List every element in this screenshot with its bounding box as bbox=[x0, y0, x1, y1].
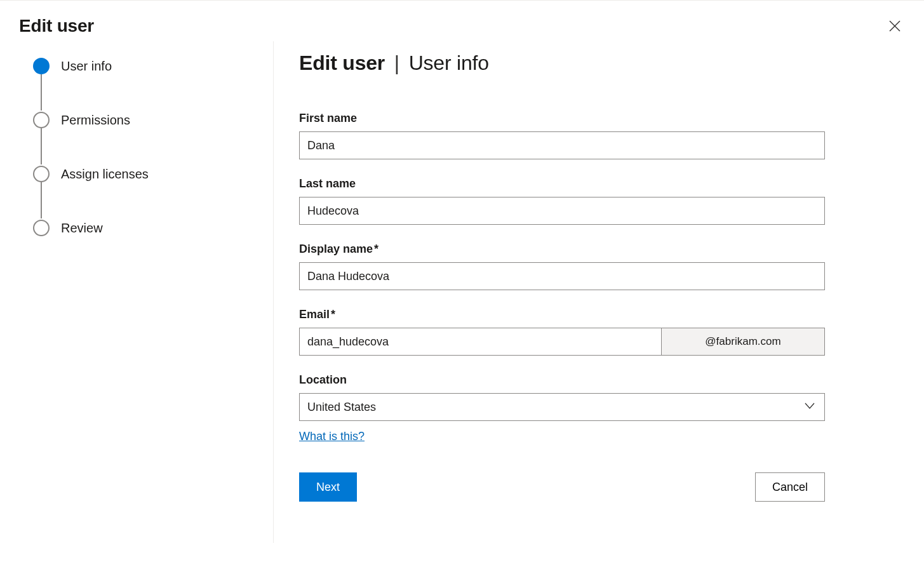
wizard-stepper: User info Permissions Assign licenses Re… bbox=[0, 41, 273, 568]
field-email: Email* @fabrikam.com bbox=[299, 308, 891, 356]
email-label-text: Email bbox=[299, 308, 330, 321]
panel-header: Edit user bbox=[0, 1, 924, 41]
required-marker: * bbox=[331, 308, 335, 321]
step-connector bbox=[41, 128, 42, 164]
step-label: User info bbox=[61, 59, 112, 74]
step-dot-icon bbox=[33, 166, 50, 182]
step-label: Permissions bbox=[61, 113, 130, 128]
display-name-input[interactable] bbox=[299, 262, 825, 290]
step-connector bbox=[41, 182, 42, 218]
field-location: Location United States What is this? bbox=[299, 373, 891, 443]
next-button[interactable]: Next bbox=[299, 472, 357, 502]
form-area: Edit user | User info First name Last na… bbox=[274, 41, 924, 568]
field-first-name: First name bbox=[299, 112, 891, 159]
step-permissions[interactable]: Permissions bbox=[33, 110, 248, 130]
location-help-link[interactable]: What is this? bbox=[299, 430, 365, 443]
required-marker: * bbox=[374, 243, 378, 255]
field-last-name: Last name bbox=[299, 177, 891, 225]
last-name-label: Last name bbox=[299, 177, 891, 190]
email-domain: @fabrikam.com bbox=[661, 328, 825, 356]
form-title-main: Edit user bbox=[299, 51, 385, 74]
step-review[interactable]: Review bbox=[33, 218, 248, 237]
step-dot-icon bbox=[33, 58, 50, 74]
cancel-button[interactable]: Cancel bbox=[755, 472, 825, 502]
location-label: Location bbox=[299, 373, 891, 387]
form-title-separator: | bbox=[391, 51, 403, 74]
panel-title: Edit user bbox=[19, 16, 94, 36]
step-user-info[interactable]: User info bbox=[33, 57, 248, 76]
display-name-label-text: Display name bbox=[299, 243, 373, 255]
email-input[interactable] bbox=[299, 328, 661, 356]
step-dot-icon bbox=[33, 220, 50, 236]
step-dot-icon bbox=[33, 112, 50, 128]
first-name-input[interactable] bbox=[299, 131, 825, 159]
display-name-label: Display name* bbox=[299, 243, 891, 256]
first-name-label: First name bbox=[299, 112, 891, 125]
close-button[interactable] bbox=[885, 16, 905, 36]
last-name-input[interactable] bbox=[299, 197, 825, 225]
step-label: Assign licenses bbox=[61, 167, 149, 182]
email-label: Email* bbox=[299, 308, 891, 321]
close-icon bbox=[888, 20, 901, 32]
form-title-sub: User info bbox=[409, 51, 489, 74]
step-label: Review bbox=[61, 221, 103, 236]
step-assign-licenses[interactable]: Assign licenses bbox=[33, 164, 248, 184]
location-select[interactable]: United States bbox=[299, 393, 825, 421]
field-display-name: Display name* bbox=[299, 243, 891, 290]
form-actions: Next Cancel bbox=[299, 472, 825, 502]
step-connector bbox=[41, 74, 42, 110]
form-title: Edit user | User info bbox=[299, 51, 891, 75]
edit-user-panel: Edit user User info Permissions bbox=[0, 0, 924, 588]
